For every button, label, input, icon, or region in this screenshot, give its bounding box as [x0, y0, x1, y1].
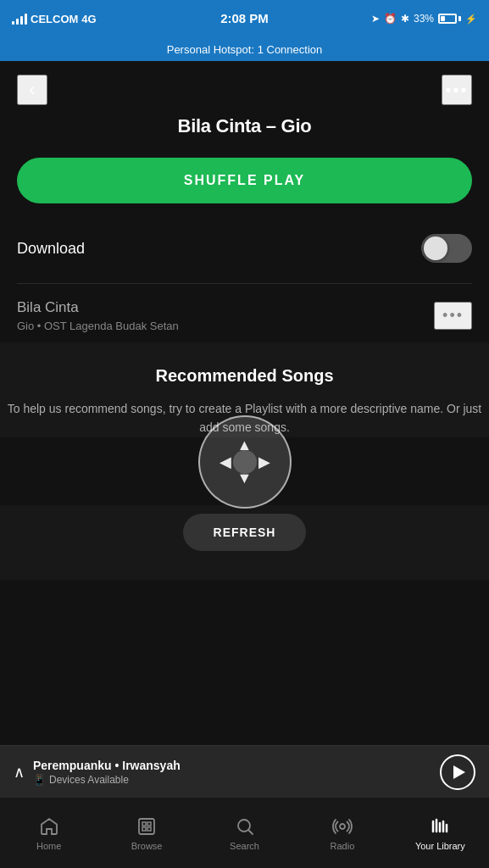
time-display: 2:08 PM [220, 11, 269, 25]
main-content: ‹ ••• Bila Cinta – Gio SHUFFLE PLAY Down… [0, 61, 489, 342]
now-playing-device: 📱 Devices Available [33, 774, 181, 786]
hotspot-label: Personal Hotspot: 1 Connection [167, 43, 323, 56]
status-bar: CELCOM 4G 2:08 PM ➤ ⏰ ✱ 33% ⚡ [0, 0, 489, 37]
refresh-button[interactable]: REFRESH [183, 514, 307, 551]
device-icon: 📱 [33, 774, 46, 786]
dpad-overlay[interactable]: ▲ ▼ ◀ ▶ [198, 415, 292, 509]
song-title: Bila Cinta [17, 299, 179, 316]
alarm-icon: ⏰ [384, 13, 397, 25]
nav-library-label: Your Library [415, 841, 465, 851]
svg-rect-4 [147, 827, 151, 831]
song-info: Bila Cinta Gio • OST Lagenda Budak Setan [17, 299, 179, 332]
home-icon [38, 815, 60, 837]
download-row: Download [17, 227, 472, 284]
status-bar-left: CELCOM 4G [12, 13, 97, 25]
play-button[interactable] [440, 754, 475, 790]
nav-item-radio[interactable]: Radio [293, 798, 391, 868]
signal-bar-1 [12, 21, 14, 25]
battery-percent: 33% [414, 13, 434, 25]
charging-icon: ⚡ [465, 14, 477, 25]
svg-line-6 [248, 830, 253, 834]
location-icon: ➤ [371, 13, 380, 25]
bottom-area: ∧ Perempuanku • Irwansyah 📱 Devices Avai… [0, 745, 489, 868]
hotspot-bar: Personal Hotspot: 1 Connection [0, 37, 489, 61]
expand-icon[interactable]: ∧ [14, 763, 25, 782]
now-playing-bar[interactable]: ∧ Perempuanku • Irwansyah 📱 Devices Avai… [0, 745, 489, 797]
nav-home-label: Home [36, 841, 61, 851]
nav-item-library[interactable]: Your Library [392, 798, 489, 868]
svg-rect-0 [139, 819, 154, 834]
signal-bar-2 [16, 19, 19, 25]
toggle-track [421, 234, 472, 263]
now-playing-left: ∧ Perempuanku • Irwansyah 📱 Devices Avai… [14, 759, 181, 786]
play-icon [453, 765, 465, 779]
signal-bars [12, 13, 27, 25]
svg-rect-2 [147, 822, 151, 826]
bottom-nav: Home Browse Searc [0, 797, 489, 868]
status-bar-right: ➤ ⏰ ✱ 33% ⚡ [371, 13, 477, 25]
dpad-left-arrow[interactable]: ◀ [219, 453, 231, 471]
network-label: 4G [81, 13, 96, 25]
download-label: Download [17, 240, 85, 258]
dpad-center[interactable] [233, 450, 257, 474]
shuffle-play-button[interactable]: SHUFFLE PLAY [17, 158, 472, 203]
nav-radio-label: Radio [331, 841, 355, 851]
header-row: ‹ ••• [17, 75, 472, 105]
dpad-right-arrow[interactable]: ▶ [258, 453, 270, 471]
device-label: Devices Available [49, 774, 129, 786]
library-icon [429, 815, 451, 837]
browse-icon [136, 815, 158, 837]
nav-item-browse[interactable]: Browse [97, 798, 195, 868]
svg-point-7 [340, 824, 345, 829]
signal-bar-4 [25, 14, 27, 25]
nav-browse-label: Browse [131, 841, 163, 851]
more-options-button[interactable]: ••• [442, 75, 472, 105]
dpad-arrows: ▲ ▼ ◀ ▶ [219, 437, 270, 487]
carrier-label: CELCOM [31, 13, 78, 25]
song-item[interactable]: Bila Cinta Gio • OST Lagenda Budak Setan… [17, 284, 472, 342]
signal-bar-3 [20, 16, 23, 25]
refresh-button-area: REFRESH [0, 505, 489, 559]
toggle-thumb [424, 236, 447, 260]
bluetooth-icon: ✱ [401, 13, 409, 25]
song-more-button[interactable]: ••• [434, 302, 472, 330]
svg-rect-3 [142, 827, 146, 831]
nav-search-label: Search [230, 841, 259, 851]
dpad-circle: ▲ ▼ ◀ ▶ [198, 415, 292, 509]
radio-icon [331, 815, 353, 837]
playlist-title: Bila Cinta – Gio [17, 115, 472, 137]
now-playing-title: Perempuanku • Irwansyah [33, 759, 181, 772]
svg-rect-1 [142, 822, 146, 826]
recommended-title: Recommended Songs [0, 366, 489, 386]
song-meta: Gio • OST Lagenda Budak Setan [17, 320, 179, 332]
battery-icon [438, 14, 461, 24]
nav-item-search[interactable]: Search [196, 798, 293, 868]
download-toggle[interactable] [421, 234, 472, 263]
now-playing-info: Perempuanku • Irwansyah 📱 Devices Availa… [33, 759, 181, 786]
search-icon [234, 815, 256, 837]
back-button[interactable]: ‹ [17, 75, 47, 105]
nav-item-home[interactable]: Home [0, 798, 97, 868]
